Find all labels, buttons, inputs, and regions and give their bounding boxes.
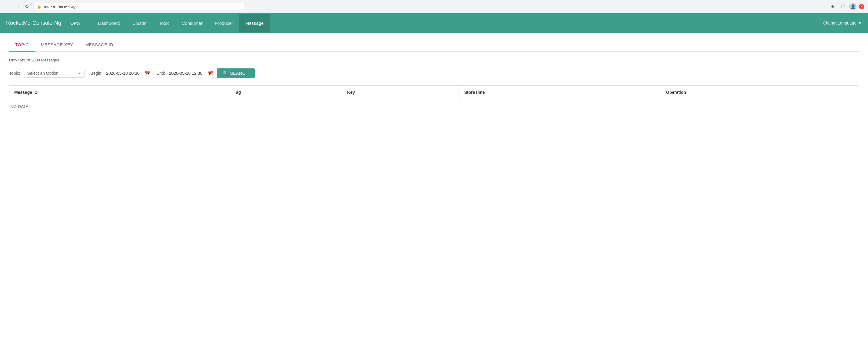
close-button[interactable]: ✕	[859, 4, 864, 9]
end-value: 2020-05-18 12:30	[169, 71, 203, 76]
browser-actions: ★ ♾ 👤 ✕	[829, 2, 864, 10]
navbar: RocketMq-Console-Ng OPS Dashboard Cluste…	[0, 13, 868, 33]
tab-message-key[interactable]: MESSAGE KEY	[35, 39, 79, 52]
nav-item-message[interactable]: Message	[239, 14, 270, 32]
search-button-label: SEARCH	[230, 71, 249, 76]
nav-item-cluster[interactable]: Cluster	[126, 14, 153, 32]
lock-icon: 🔒	[37, 4, 41, 9]
begin-calendar-icon[interactable]: 📅	[145, 70, 151, 76]
end-calendar-icon[interactable]: 📅	[207, 70, 213, 76]
search-button[interactable]: 🔍 SEARCH	[217, 68, 255, 78]
navbar-ops[interactable]: OPS	[67, 18, 83, 28]
end-label: End:	[157, 71, 165, 76]
topic-select[interactable]: Select an Option	[24, 69, 85, 78]
browser-chrome: ← → ↻ 🔒 mq-• ■ r'■■■• •-age ★ ♾ 👤 ✕	[0, 0, 868, 13]
reload-button[interactable]: ↻	[23, 3, 31, 10]
col-operation: Operation	[661, 85, 859, 99]
tab-topic[interactable]: TOPIC	[9, 39, 35, 52]
search-icon: 🔍	[223, 71, 228, 76]
main-content: TOPIC MESSAGE KEY MESSAGE ID Only Return…	[0, 33, 868, 348]
nav-item-topic[interactable]: Topic	[153, 14, 176, 32]
profile-button[interactable]: 👤	[849, 3, 857, 10]
begin-label: Begin:	[91, 71, 103, 76]
navbar-nav: Dashboard Cluster Topic Consumer Produce…	[92, 14, 823, 32]
address-text: mq-• ■ r'■■■• •-age	[44, 4, 78, 9]
col-message-id: Message ID	[9, 85, 229, 99]
search-form: Topic: Select an Option Begin: 2020-05-1…	[9, 68, 859, 78]
info-text: Only Return 2000 Messages	[9, 58, 859, 62]
begin-value: 2020-05-18 10:30	[106, 71, 140, 76]
message-table: Message ID Tag Key StoreTime Operation	[9, 85, 859, 99]
back-button[interactable]: ←	[4, 3, 12, 10]
forward-button[interactable]: →	[13, 3, 22, 10]
topic-label: Topic:	[9, 71, 20, 76]
history-button[interactable]: ♾	[839, 2, 847, 10]
address-bar[interactable]: 🔒 mq-• ■ r'■■■• •-age	[33, 3, 245, 10]
nav-item-dashboard[interactable]: Dashboard	[92, 14, 126, 32]
col-tag: Tag	[229, 85, 342, 99]
tab-message-id[interactable]: MESSAGE ID	[79, 39, 119, 52]
nav-item-consumer[interactable]: Consumer	[176, 14, 209, 32]
bookmark-button[interactable]: ★	[829, 2, 837, 10]
topic-select-wrapper: Select an Option	[24, 69, 85, 78]
no-data-text: NO DATA	[9, 104, 859, 109]
table-header: Message ID Tag Key StoreTime Operation	[9, 85, 859, 99]
browser-nav-buttons: ← → ↻	[4, 3, 31, 10]
tab-bar: TOPIC MESSAGE KEY MESSAGE ID	[9, 39, 859, 52]
col-store-time: StoreTime	[459, 85, 661, 99]
change-language-button[interactable]: ChangeLanguage ▼	[823, 21, 862, 26]
nav-item-producer[interactable]: Producer	[209, 14, 239, 32]
col-key: Key	[342, 85, 459, 99]
navbar-brand[interactable]: RocketMq-Console-Ng	[6, 20, 61, 26]
table-header-row: Message ID Tag Key StoreTime Operation	[9, 85, 859, 99]
